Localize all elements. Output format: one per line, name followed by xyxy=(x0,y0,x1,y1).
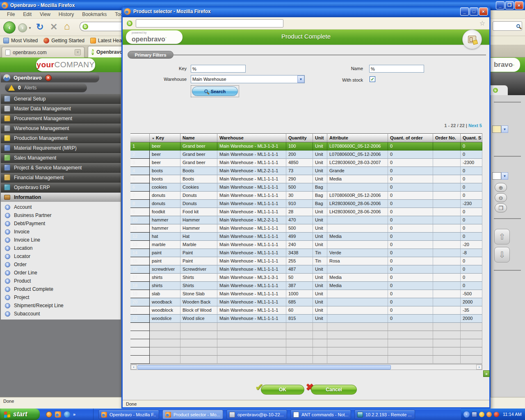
sidebar-item-subaccount[interactable]: iSubaccount xyxy=(1,310,121,318)
sidebar-alerts[interactable]: 0 Alerts xyxy=(5,83,87,92)
back-icon[interactable]: ‹ xyxy=(3,21,16,34)
sidebar-item-business-partner[interactable]: iBusiness Partner xyxy=(1,211,121,219)
table-row[interactable]: 22woodsliceWood sliceMain Warehouse - ML… xyxy=(130,315,482,323)
column-header-order-no-[interactable]: Order No. xyxy=(433,133,461,142)
key-input[interactable]: % xyxy=(191,65,246,73)
sidebar-item-sales-management[interactable]: Sales Management xyxy=(1,153,121,163)
zoom-in-icon[interactable]: ⊕ xyxy=(495,183,507,192)
home-icon[interactable]: ⌂ xyxy=(64,21,70,32)
sidebar-item-account[interactable]: iAccount xyxy=(1,203,121,211)
column-header-key[interactable]: ▼Key xyxy=(150,133,180,142)
next-page-button[interactable]: » xyxy=(483,370,490,377)
table-row[interactable]: 17shirtsShirtsMain Warehouse - ML3-1-3-1… xyxy=(130,274,482,282)
table-row[interactable]: 11hammerHammerMain Warehouse - ML1-1-1-1… xyxy=(130,224,482,233)
tray-collapse-icon[interactable]: ‹ xyxy=(463,411,470,418)
background-field[interactable] xyxy=(492,126,501,133)
sidebar-item-product[interactable]: iProduct xyxy=(1,277,121,285)
sidebar-item-warehouse-management[interactable]: Warehouse Management xyxy=(1,123,121,133)
column-header-quantity[interactable]: Quantity xyxy=(286,133,313,142)
table-row[interactable]: 12hatHatMain Warehouse - ML1-1-1-1499Uni… xyxy=(130,233,482,241)
arrow-up-icon[interactable]: ⇧ xyxy=(494,229,510,244)
scroll-left-icon[interactable]: ‹ xyxy=(131,365,137,370)
alert-icon[interactable] xyxy=(494,412,499,417)
stop-icon[interactable]: ✕ xyxy=(50,22,57,32)
table-row[interactable]: 8donutsDonutsMain Warehouse - ML1-1-1-19… xyxy=(130,200,482,208)
table-row[interactable]: 13marbleMarbleMain Warehouse - ML1-1-1-1… xyxy=(130,241,482,249)
start-button[interactable]: start xyxy=(0,409,40,420)
tab-close-icon[interactable]: × xyxy=(75,49,81,55)
column-header-quant-s[interactable]: Quant. S xyxy=(461,133,482,142)
search-input[interactable] xyxy=(493,21,522,31)
location-field[interactable] xyxy=(136,19,283,27)
background-field[interactable] xyxy=(492,172,501,180)
firefox-icon[interactable] xyxy=(55,411,61,418)
column-header-unit[interactable]: Unit xyxy=(313,133,327,142)
sidebar-item-procurement-management[interactable]: Procurement Management xyxy=(1,114,121,123)
sidebar-item-financial-management[interactable]: Financial Management xyxy=(1,173,121,183)
sidebar-item-debt-payment[interactable]: iDebt/Payment xyxy=(1,219,121,228)
search-button[interactable]: Search xyxy=(191,85,239,97)
table-row[interactable]: 9foodkitFood kitMain Warehouse - ML1-1-1… xyxy=(130,208,482,216)
close-icon[interactable]: × xyxy=(479,7,488,16)
tab-openbravo[interactable]: b Openbravo xyxy=(88,46,125,57)
chevron-down-icon[interactable]: ▼ xyxy=(501,126,508,133)
sidebar-item-general-setup[interactable]: General Setup xyxy=(1,94,121,104)
logout-close-icon[interactable]: × xyxy=(45,75,52,81)
table-row[interactable]: 7donutsDonutsMain Warehouse - ML1-1-1-13… xyxy=(130,192,482,200)
table-row[interactable]: 2beerGrand beerMain Warehouse - ML1-1-1-… xyxy=(130,151,482,159)
table-row[interactable]: 5bootsBootsMain Warehouse - ML1-1-1-1290… xyxy=(130,175,482,183)
menu-view[interactable]: View xyxy=(36,11,54,18)
table-row[interactable]: 20woodbackWooden BackMain Warehouse - ML… xyxy=(130,298,482,306)
chevron-more-icon[interactable]: » xyxy=(73,412,75,417)
taskbar-task-4[interactable]: ANT commands - Not... xyxy=(290,410,351,419)
taskbar-task-2[interactable]: Product selector - Mo... xyxy=(162,410,223,419)
sidebar-item-master-data-management[interactable]: Master Data Management xyxy=(1,104,121,114)
column-header-name[interactable]: Name xyxy=(180,133,217,142)
cancel-button[interactable]: Cancel xyxy=(311,385,357,395)
url-bar[interactable]: b xyxy=(80,22,121,31)
table-row[interactable]: 15paintPaintMain Warehouse - ML1-1-1-125… xyxy=(130,257,482,265)
scrollbar-thumb[interactable] xyxy=(137,365,391,370)
sidebar-item-location[interactable]: iLocation xyxy=(1,244,121,252)
table-row[interactable]: 18shirtsShirtsMain Warehouse - ML1-1-1-1… xyxy=(130,282,482,290)
forward-icon[interactable]: › xyxy=(18,23,27,32)
sidebar-item-invoice-line[interactable]: iInvoice Line xyxy=(1,236,121,244)
bookmark-item[interactable]: Getting Started xyxy=(43,38,84,43)
sidebar-item-invoice[interactable]: iInvoice xyxy=(1,228,121,236)
name-input[interactable]: % xyxy=(369,65,424,73)
popup-titlebar[interactable]: Product selector - Mozilla Firefox _ □ × xyxy=(123,6,489,17)
menu-edit[interactable]: Edit xyxy=(19,11,35,18)
bookmark-item[interactable]: Most Visited xyxy=(3,38,38,43)
chevron-down-icon[interactable]: ▼ xyxy=(501,172,508,180)
close-icon[interactable]: × xyxy=(515,1,523,9)
pagination-next-link[interactable]: Next 5 xyxy=(468,123,482,128)
history-dropdown-icon[interactable]: ▼ xyxy=(28,26,32,30)
sidebar-item-production-management[interactable]: Production Management xyxy=(1,133,121,143)
table-row[interactable]: 21woodblockBlock of WoodMain Warehouse -… xyxy=(130,306,482,315)
shield-icon[interactable] xyxy=(479,412,484,417)
ie-icon[interactable] xyxy=(64,411,70,418)
sidebar-item-order[interactable]: iOrder xyxy=(1,260,121,269)
taskbar-task-5[interactable]: 10.2.2.193 - Remote ... xyxy=(354,410,415,419)
table-row[interactable]: 14paintPaintMain Warehouse - ML1-1-1-134… xyxy=(130,249,482,257)
horizontal-scrollbar[interactable]: ‹ › xyxy=(130,364,482,370)
menu-bookmarks[interactable]: Bookmarks xyxy=(78,11,110,18)
clock-icon[interactable] xyxy=(46,411,52,418)
column-header-attribute[interactable]: Attribute xyxy=(327,133,388,142)
table-row[interactable]: 19slabStone SlabMain Warehouse - ML1-1-1… xyxy=(130,290,482,298)
sidebar-item-openbravo-erp[interactable]: Openbravo ERP xyxy=(1,183,121,192)
reload-icon[interactable]: ↻ xyxy=(36,22,43,32)
sidebar-item-locator[interactable]: iLocator xyxy=(1,252,121,260)
arrow-down-icon[interactable]: ⇩ xyxy=(494,247,510,262)
copy-icon[interactable]: ❐ xyxy=(495,203,507,212)
warehouse-select[interactable]: Main Warehouse ▼ xyxy=(191,75,305,83)
taskbar-task-3[interactable]: openbravo@ip-10-22... xyxy=(226,410,287,419)
restore-icon[interactable]: ❐ xyxy=(505,1,514,9)
sidebar-item-project[interactable]: iProject xyxy=(1,293,121,301)
table-row[interactable]: 16screwdriverScrewdriverMain Warehouse -… xyxy=(130,265,482,274)
minimize-icon[interactable]: _ xyxy=(496,1,504,9)
agent-icon[interactable] xyxy=(486,412,492,417)
sidebar-item-shipment-receipt-line[interactable]: iShipment/Receipt Line xyxy=(1,301,121,310)
sidebar-item-order-line[interactable]: iOrder Line xyxy=(1,269,121,277)
sidebar-item-product-complete[interactable]: iProduct Complete xyxy=(1,285,121,293)
